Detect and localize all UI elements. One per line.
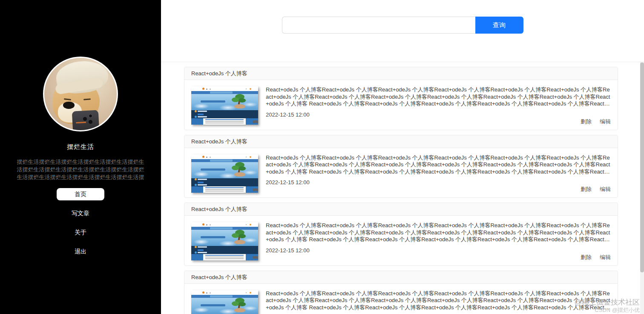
thumb-navbar <box>191 295 258 298</box>
delete-link[interactable]: 删除 <box>581 254 592 261</box>
post-card: React+odeJs 个人博客 <box>184 203 618 266</box>
post-card-body: React+odeJs 个人博客React+odeJs 个人博客React+od… <box>184 148 618 198</box>
search-input[interactable] <box>282 17 475 34</box>
edit-link[interactable]: 编辑 <box>600 186 611 193</box>
thumb-hero-sky <box>191 230 258 246</box>
thumb-hero-sky <box>191 298 258 314</box>
post-card-body: React+odeJs 个人博客React+odeJs 个人博客React+od… <box>184 80 618 130</box>
search-bar: 查询 <box>282 17 523 34</box>
scrollbar[interactable] <box>640 62 644 314</box>
profile-bio: 摆烂生活摆烂生活摆烂生活摆烂生活摆烂生活摆烂生活摆烂生活摆烂生活摆烂生活摆烂生活… <box>16 158 145 181</box>
post-content: React+odeJs 个人博客React+odeJs 个人博客React+od… <box>266 86 611 126</box>
thumb-feature-band <box>191 178 258 186</box>
sidebar-item-about[interactable]: 关于 <box>57 226 104 239</box>
thumb-site-header <box>191 86 258 91</box>
phone-icon <box>72 110 100 131</box>
post-actions: 删除 编辑 <box>266 118 611 126</box>
post-thumbnail <box>191 222 258 260</box>
thumb-navbar <box>191 91 258 94</box>
thumb-bonsai-tree <box>231 298 248 312</box>
thumb-bonsai-tree <box>231 162 248 177</box>
search-section: 查询 <box>161 0 644 62</box>
post-date: 2022-12-15 12:00 <box>266 111 611 118</box>
thumb-site-header <box>191 154 258 159</box>
post-content: React+odeJs 个人博客React+odeJs 个人博客React+od… <box>266 154 611 194</box>
thumb-logo <box>202 156 204 158</box>
post-title: React+odeJs 个人博客 <box>184 67 618 80</box>
dog-nose <box>63 102 75 109</box>
profile-name: 摆烂生活 <box>67 143 94 151</box>
post-thumbnail <box>191 290 258 314</box>
thumb-site-header <box>191 290 258 295</box>
avatar <box>43 57 118 131</box>
thumb-header-accent <box>250 292 251 294</box>
thumb-logo <box>202 291 204 294</box>
post-card: React+odeJs 个人博客 <box>184 135 618 198</box>
thumb-corner-widget <box>253 256 258 259</box>
thumb-hero-sky <box>191 162 258 178</box>
post-actions: 删除 编辑 <box>266 254 611 261</box>
thumb-feature-band <box>191 246 258 254</box>
post-excerpt: React+odeJs 个人博客React+odeJs 个人博客React+od… <box>266 154 611 176</box>
thumb-footer <box>191 186 258 193</box>
thumb-footer <box>191 254 258 260</box>
post-actions: 删除 编辑 <box>266 186 611 193</box>
thumb-headline <box>201 236 225 238</box>
post-card-body: React+odeJs 个人博客React+odeJs 个人博客React+od… <box>184 284 618 314</box>
thumb-headline <box>201 304 225 306</box>
sidebar-item-write-article[interactable]: 写文章 <box>57 207 104 220</box>
post-card-body: React+odeJs 个人博客React+odeJs 个人博客React+od… <box>184 216 618 265</box>
thumb-navbar <box>191 227 258 230</box>
post-date: 2022-12-15 12:00 <box>266 247 611 254</box>
post-excerpt: React+odeJs 个人博客React+odeJs 个人博客React+od… <box>266 290 611 311</box>
post-card: React+odeJs 个人博客 <box>184 271 618 314</box>
post-thumbnail <box>191 86 258 125</box>
scrollbar-thumb[interactable] <box>640 63 644 272</box>
post-content: React+odeJs 个人博客React+odeJs 个人博客React+od… <box>266 222 611 261</box>
thumb-feature-band <box>191 110 258 118</box>
post-title: React+odeJs 个人博客 <box>184 203 618 216</box>
post-date: 2022-12-15 12:00 <box>266 179 611 186</box>
post-title: React+odeJs 个人博客 <box>184 271 618 284</box>
thumb-header-accent <box>250 156 251 158</box>
thumb-site-header <box>191 222 258 227</box>
delete-link[interactable]: 删除 <box>581 118 592 126</box>
sidebar-item-logout[interactable]: 退出 <box>57 245 104 258</box>
thumb-footer <box>191 118 258 125</box>
thumb-logo <box>202 223 204 226</box>
thumb-corner-widget <box>253 120 258 123</box>
edit-link[interactable]: 编辑 <box>600 118 611 126</box>
thumb-corner-widget <box>253 188 258 191</box>
thumb-header-accent <box>250 224 251 226</box>
thumb-headline <box>201 168 225 171</box>
post-title: React+odeJs 个人博客 <box>184 135 618 148</box>
search-button[interactable]: 查询 <box>475 17 523 34</box>
thumb-bonsai-tree <box>231 94 248 108</box>
thumb-navbar <box>191 159 258 162</box>
post-card: React+odeJs 个人博客 <box>184 67 618 130</box>
post-excerpt: React+odeJs 个人博客React+odeJs 个人博客React+od… <box>266 86 611 108</box>
post-excerpt: React+odeJs 个人博客React+odeJs 个人博客React+od… <box>266 222 611 243</box>
thumb-hero-sky <box>191 94 258 110</box>
post-content: React+odeJs 个人博客React+odeJs 个人博客React+od… <box>266 290 611 314</box>
sidebar: 摆烂生活 摆烂生活摆烂生活摆烂生活摆烂生活摆烂生活摆烂生活摆烂生活摆烂生活摆烂生… <box>0 0 161 314</box>
post-list: React+odeJs 个人博客 <box>161 62 644 314</box>
thumb-header-accent <box>250 88 251 90</box>
main-content: 查询 React+odeJs 个人博客 <box>161 0 644 314</box>
phone-camera-lenses <box>89 114 92 118</box>
sidebar-item-home[interactable]: 首页 <box>57 188 104 200</box>
thumb-bonsai-tree <box>231 230 248 244</box>
thumb-headline <box>201 100 225 103</box>
thumb-logo <box>202 88 204 90</box>
edit-link[interactable]: 编辑 <box>600 254 611 261</box>
post-thumbnail <box>191 154 258 193</box>
delete-link[interactable]: 删除 <box>581 186 592 193</box>
